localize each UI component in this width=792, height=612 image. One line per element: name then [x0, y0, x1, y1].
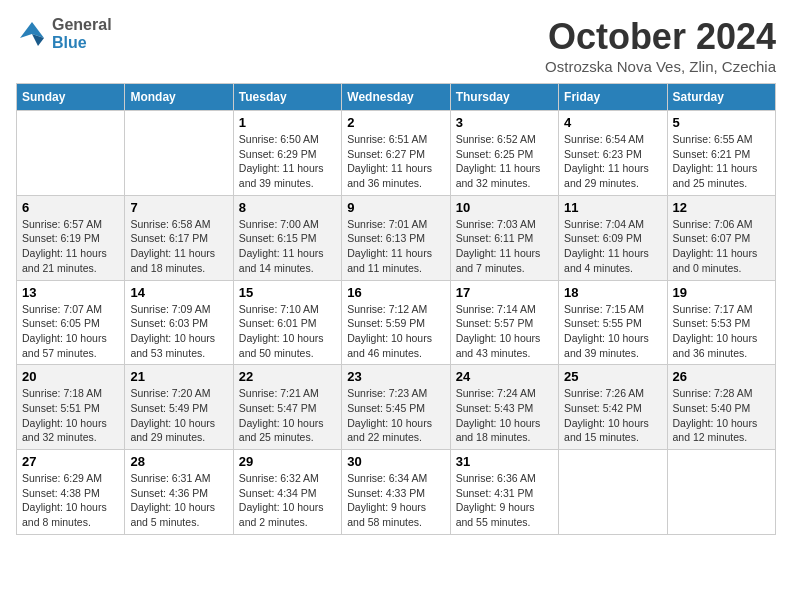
calendar-cell: 19Sunrise: 7:17 AM Sunset: 5:53 PM Dayli… — [667, 280, 775, 365]
day-number: 28 — [130, 454, 227, 469]
calendar-header-thursday: Thursday — [450, 84, 558, 111]
day-info: Sunrise: 6:52 AM Sunset: 6:25 PM Dayligh… — [456, 132, 553, 191]
day-info: Sunrise: 6:32 AM Sunset: 4:34 PM Dayligh… — [239, 471, 336, 530]
calendar-cell: 17Sunrise: 7:14 AM Sunset: 5:57 PM Dayli… — [450, 280, 558, 365]
calendar-week-row: 1Sunrise: 6:50 AM Sunset: 6:29 PM Daylig… — [17, 111, 776, 196]
day-info: Sunrise: 7:24 AM Sunset: 5:43 PM Dayligh… — [456, 386, 553, 445]
day-number: 23 — [347, 369, 444, 384]
month-title: October 2024 — [545, 16, 776, 58]
day-number: 16 — [347, 285, 444, 300]
day-number: 18 — [564, 285, 661, 300]
day-info: Sunrise: 6:58 AM Sunset: 6:17 PM Dayligh… — [130, 217, 227, 276]
calendar-cell: 20Sunrise: 7:18 AM Sunset: 5:51 PM Dayli… — [17, 365, 125, 450]
calendar-cell: 18Sunrise: 7:15 AM Sunset: 5:55 PM Dayli… — [559, 280, 667, 365]
calendar-cell: 12Sunrise: 7:06 AM Sunset: 6:07 PM Dayli… — [667, 195, 775, 280]
day-number: 24 — [456, 369, 553, 384]
calendar-cell: 5Sunrise: 6:55 AM Sunset: 6:21 PM Daylig… — [667, 111, 775, 196]
calendar-cell: 15Sunrise: 7:10 AM Sunset: 6:01 PM Dayli… — [233, 280, 341, 365]
calendar-cell: 13Sunrise: 7:07 AM Sunset: 6:05 PM Dayli… — [17, 280, 125, 365]
day-info: Sunrise: 6:51 AM Sunset: 6:27 PM Dayligh… — [347, 132, 444, 191]
day-info: Sunrise: 6:55 AM Sunset: 6:21 PM Dayligh… — [673, 132, 770, 191]
calendar-cell: 26Sunrise: 7:28 AM Sunset: 5:40 PM Dayli… — [667, 365, 775, 450]
calendar-header-monday: Monday — [125, 84, 233, 111]
day-info: Sunrise: 7:12 AM Sunset: 5:59 PM Dayligh… — [347, 302, 444, 361]
calendar-cell: 27Sunrise: 6:29 AM Sunset: 4:38 PM Dayli… — [17, 450, 125, 535]
calendar-header-sunday: Sunday — [17, 84, 125, 111]
day-number: 15 — [239, 285, 336, 300]
day-number: 12 — [673, 200, 770, 215]
day-number: 1 — [239, 115, 336, 130]
day-number: 20 — [22, 369, 119, 384]
calendar-cell: 25Sunrise: 7:26 AM Sunset: 5:42 PM Dayli… — [559, 365, 667, 450]
day-info: Sunrise: 7:10 AM Sunset: 6:01 PM Dayligh… — [239, 302, 336, 361]
calendar-cell: 28Sunrise: 6:31 AM Sunset: 4:36 PM Dayli… — [125, 450, 233, 535]
day-info: Sunrise: 7:17 AM Sunset: 5:53 PM Dayligh… — [673, 302, 770, 361]
calendar-week-row: 20Sunrise: 7:18 AM Sunset: 5:51 PM Dayli… — [17, 365, 776, 450]
day-number: 30 — [347, 454, 444, 469]
day-info: Sunrise: 7:03 AM Sunset: 6:11 PM Dayligh… — [456, 217, 553, 276]
calendar-cell — [125, 111, 233, 196]
day-info: Sunrise: 7:07 AM Sunset: 6:05 PM Dayligh… — [22, 302, 119, 361]
day-number: 5 — [673, 115, 770, 130]
day-info: Sunrise: 7:14 AM Sunset: 5:57 PM Dayligh… — [456, 302, 553, 361]
calendar-cell: 14Sunrise: 7:09 AM Sunset: 6:03 PM Dayli… — [125, 280, 233, 365]
day-number: 27 — [22, 454, 119, 469]
day-info: Sunrise: 6:34 AM Sunset: 4:33 PM Dayligh… — [347, 471, 444, 530]
calendar-cell: 10Sunrise: 7:03 AM Sunset: 6:11 PM Dayli… — [450, 195, 558, 280]
day-number: 31 — [456, 454, 553, 469]
calendar-cell: 6Sunrise: 6:57 AM Sunset: 6:19 PM Daylig… — [17, 195, 125, 280]
calendar-cell: 22Sunrise: 7:21 AM Sunset: 5:47 PM Dayli… — [233, 365, 341, 450]
day-number: 17 — [456, 285, 553, 300]
title-section: October 2024 Ostrozska Nova Ves, Zlin, C… — [545, 16, 776, 75]
day-number: 10 — [456, 200, 553, 215]
day-number: 3 — [456, 115, 553, 130]
calendar-week-row: 6Sunrise: 6:57 AM Sunset: 6:19 PM Daylig… — [17, 195, 776, 280]
calendar-header-wednesday: Wednesday — [342, 84, 450, 111]
day-number: 29 — [239, 454, 336, 469]
calendar-cell: 9Sunrise: 7:01 AM Sunset: 6:13 PM Daylig… — [342, 195, 450, 280]
logo-general: General — [52, 16, 112, 34]
day-number: 2 — [347, 115, 444, 130]
page-header: General Blue October 2024 Ostrozska Nova… — [16, 16, 776, 75]
day-number: 19 — [673, 285, 770, 300]
day-info: Sunrise: 7:21 AM Sunset: 5:47 PM Dayligh… — [239, 386, 336, 445]
day-info: Sunrise: 7:01 AM Sunset: 6:13 PM Dayligh… — [347, 217, 444, 276]
day-info: Sunrise: 7:09 AM Sunset: 6:03 PM Dayligh… — [130, 302, 227, 361]
svg-marker-0 — [20, 22, 44, 38]
logo-blue: Blue — [52, 34, 112, 52]
day-info: Sunrise: 6:29 AM Sunset: 4:38 PM Dayligh… — [22, 471, 119, 530]
day-number: 11 — [564, 200, 661, 215]
calendar-cell: 29Sunrise: 6:32 AM Sunset: 4:34 PM Dayli… — [233, 450, 341, 535]
calendar-cell: 16Sunrise: 7:12 AM Sunset: 5:59 PM Dayli… — [342, 280, 450, 365]
calendar-cell — [667, 450, 775, 535]
calendar-cell: 23Sunrise: 7:23 AM Sunset: 5:45 PM Dayli… — [342, 365, 450, 450]
calendar-cell: 3Sunrise: 6:52 AM Sunset: 6:25 PM Daylig… — [450, 111, 558, 196]
day-info: Sunrise: 7:15 AM Sunset: 5:55 PM Dayligh… — [564, 302, 661, 361]
calendar-cell: 2Sunrise: 6:51 AM Sunset: 6:27 PM Daylig… — [342, 111, 450, 196]
day-info: Sunrise: 7:26 AM Sunset: 5:42 PM Dayligh… — [564, 386, 661, 445]
day-number: 22 — [239, 369, 336, 384]
day-info: Sunrise: 7:28 AM Sunset: 5:40 PM Dayligh… — [673, 386, 770, 445]
calendar-header-row: SundayMondayTuesdayWednesdayThursdayFrid… — [17, 84, 776, 111]
day-info: Sunrise: 7:23 AM Sunset: 5:45 PM Dayligh… — [347, 386, 444, 445]
day-number: 7 — [130, 200, 227, 215]
day-info: Sunrise: 7:20 AM Sunset: 5:49 PM Dayligh… — [130, 386, 227, 445]
calendar-table: SundayMondayTuesdayWednesdayThursdayFrid… — [16, 83, 776, 535]
day-number: 25 — [564, 369, 661, 384]
calendar-cell: 31Sunrise: 6:36 AM Sunset: 4:31 PM Dayli… — [450, 450, 558, 535]
calendar-header-saturday: Saturday — [667, 84, 775, 111]
day-number: 9 — [347, 200, 444, 215]
calendar-cell: 7Sunrise: 6:58 AM Sunset: 6:17 PM Daylig… — [125, 195, 233, 280]
day-info: Sunrise: 7:00 AM Sunset: 6:15 PM Dayligh… — [239, 217, 336, 276]
day-number: 6 — [22, 200, 119, 215]
day-number: 21 — [130, 369, 227, 384]
calendar-cell: 4Sunrise: 6:54 AM Sunset: 6:23 PM Daylig… — [559, 111, 667, 196]
day-info: Sunrise: 7:04 AM Sunset: 6:09 PM Dayligh… — [564, 217, 661, 276]
day-number: 26 — [673, 369, 770, 384]
day-number: 14 — [130, 285, 227, 300]
calendar-cell — [559, 450, 667, 535]
day-info: Sunrise: 6:31 AM Sunset: 4:36 PM Dayligh… — [130, 471, 227, 530]
day-info: Sunrise: 6:36 AM Sunset: 4:31 PM Dayligh… — [456, 471, 553, 530]
calendar-cell — [17, 111, 125, 196]
calendar-cell: 1Sunrise: 6:50 AM Sunset: 6:29 PM Daylig… — [233, 111, 341, 196]
